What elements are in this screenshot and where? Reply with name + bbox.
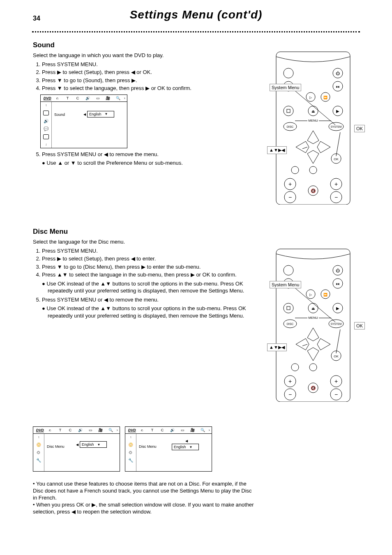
icon: 🎥 bbox=[187, 428, 198, 432]
section-heading-disc-menu: Disc Menu bbox=[33, 228, 263, 236]
dvd-label: DVD bbox=[42, 96, 53, 100]
disc-menu-ok-note-2: ● Use OK instead of the ▲▼ buttons to sc… bbox=[42, 305, 263, 319]
tv-icon bbox=[43, 134, 49, 139]
down-arrow-icon: ▼ bbox=[105, 112, 108, 116]
col: C bbox=[65, 428, 76, 432]
callout-ok: OK bbox=[354, 125, 365, 132]
disc-menu-ok-note: ● Use OK instead of the ▲▼ buttons to sc… bbox=[42, 280, 263, 295]
step: Press ▼ to go to (Sound), then press ▶. bbox=[42, 77, 191, 84]
icon: 🎥 bbox=[103, 96, 113, 100]
page-title: Settings Menu (cont'd) bbox=[130, 8, 263, 21]
svg-text:OK: OK bbox=[334, 355, 339, 358]
disc-menu-label: Disc Menu bbox=[47, 444, 65, 449]
disc-icon: 📀 bbox=[128, 442, 133, 447]
svg-text:+: + bbox=[288, 378, 292, 385]
step: Press ▼ to select the language, then pre… bbox=[42, 85, 191, 92]
callout-ok: OK bbox=[354, 322, 365, 329]
svg-text:−: − bbox=[288, 194, 292, 200]
svg-text:−: − bbox=[334, 194, 338, 200]
icon: 🔊 bbox=[167, 428, 178, 432]
svg-text:+: + bbox=[334, 378, 338, 385]
wrench-icon: 🔧 bbox=[36, 458, 41, 463]
disc-menu-steps-cont: Press SYSTEM MENU or ◀ to remove the men… bbox=[33, 296, 263, 304]
col: C bbox=[157, 428, 168, 432]
svg-text:⏏: ⏏ bbox=[311, 306, 315, 311]
svg-text:▶: ▶ bbox=[336, 109, 339, 113]
callout-arrows: ▲▼▶◀ bbox=[267, 343, 287, 351]
svg-text:−: − bbox=[288, 391, 292, 398]
icon: ▭ bbox=[178, 428, 188, 432]
sound-label: Sound bbox=[54, 113, 65, 117]
icon: › bbox=[208, 428, 211, 432]
remote-figure-top: ⏻ ⏭ ▷ ⏩ ⏏ ▶ bbox=[270, 48, 357, 206]
disc-submenu-figure-1: DVD ⎌ T C 🔊 ▭ 🎥 🔍 › ↑ 📀 bbox=[33, 426, 120, 472]
up-arrow-icon: ↑ bbox=[38, 435, 39, 439]
svg-text:SYSTEM: SYSTEM bbox=[331, 322, 342, 325]
callout-system-menu: System Menu bbox=[270, 84, 301, 91]
svg-text:⏩: ⏩ bbox=[323, 95, 327, 99]
disc-menu-label: Disc Menu bbox=[139, 444, 157, 449]
icon: 🔍 bbox=[113, 96, 123, 100]
icon: 🎥 bbox=[95, 428, 106, 432]
step: Press ▼ to go to (Disc Menu), then press… bbox=[42, 263, 263, 271]
svg-text:▷: ▷ bbox=[309, 293, 312, 297]
sound-submenu-figure: DVD ⎌ T C 🔊 ▭ 🎥 🔍 › ↑ � bbox=[40, 94, 127, 148]
section-heading-sound: Sound bbox=[33, 41, 191, 49]
step: Press ▶ to select (Setup), then press ◀ … bbox=[42, 255, 263, 263]
icon: 🔍 bbox=[198, 428, 208, 432]
svg-text:🔇: 🔇 bbox=[311, 385, 316, 391]
svg-text:▷: ▷ bbox=[309, 96, 312, 99]
footer-note: • You cannot use these features to choos… bbox=[33, 481, 255, 515]
menu-label: MENU bbox=[308, 119, 318, 122]
svg-text:MENU: MENU bbox=[308, 316, 318, 320]
col: T bbox=[62, 96, 73, 100]
icon: 🔍 bbox=[106, 428, 116, 432]
disc-menu-intro: Select the language for the Disc menu. bbox=[33, 238, 263, 246]
icon: ▭ bbox=[93, 96, 103, 100]
svg-text:⏭: ⏭ bbox=[336, 282, 340, 286]
icon: 🔊 bbox=[75, 428, 85, 432]
icon: 🔊 bbox=[83, 96, 93, 100]
page-number: 34 bbox=[33, 15, 40, 22]
step: Press SYSTEM MENU or ◀ to remove the men… bbox=[42, 296, 263, 304]
screen-icon bbox=[43, 111, 49, 115]
svg-text:−: − bbox=[334, 391, 338, 398]
language-selector[interactable]: ◀ English ▼ bbox=[87, 111, 114, 117]
step: Press SYSTEM MENU or ◀ to remove the men… bbox=[42, 151, 191, 158]
remote-figure-bottom: ⏻ ⏭ ▷ ⏩ ⏏ ▶ MENU bbox=[270, 246, 357, 403]
svg-text:SYSTEM: SYSTEM bbox=[331, 125, 342, 128]
language-value: English bbox=[89, 112, 101, 116]
language-value: English bbox=[174, 445, 186, 449]
down-arrow-icon: ↓ bbox=[45, 143, 47, 146]
icon: ⎌ bbox=[53, 96, 63, 100]
left-arrow-icon: ◀ bbox=[185, 439, 188, 443]
svg-text:⏻: ⏻ bbox=[336, 71, 340, 76]
svg-text:OK: OK bbox=[334, 157, 339, 161]
callout-arrows: ▲▼▶◀ bbox=[267, 146, 287, 154]
divider bbox=[32, 31, 360, 32]
svg-text:⏭: ⏭ bbox=[336, 85, 340, 89]
icon: ▭ bbox=[85, 428, 96, 432]
dvd-label: DVD bbox=[127, 428, 137, 432]
step: Press ▲▼ to select the language in the s… bbox=[42, 271, 263, 279]
sound-steps: Press SYSTEM MENU. Press ▶ to select (Se… bbox=[33, 61, 191, 92]
language-selector[interactable]: ◀ English ▼ bbox=[80, 441, 107, 448]
svg-text:⏩: ⏩ bbox=[323, 292, 327, 297]
callout-system-menu: System Menu bbox=[270, 281, 301, 288]
icon: › bbox=[123, 96, 126, 100]
svg-text:⏻: ⏻ bbox=[336, 268, 340, 273]
svg-text:DISC: DISC bbox=[287, 322, 294, 325]
svg-text:🔇: 🔇 bbox=[311, 188, 316, 193]
disc-icon: 📀 bbox=[36, 442, 41, 447]
clock-icon: ⏲ bbox=[37, 450, 41, 455]
language-selector[interactable]: ◀ English ▼ bbox=[172, 444, 199, 450]
clock-icon: ⏲ bbox=[129, 450, 133, 455]
icon: ⎌ bbox=[137, 428, 148, 432]
col: T bbox=[55, 428, 65, 432]
subtitle-icon: 💬 bbox=[44, 127, 48, 131]
col: C bbox=[73, 96, 83, 100]
up-arrow-icon: ↑ bbox=[130, 435, 131, 439]
step: Press SYSTEM MENU. bbox=[42, 247, 263, 255]
sound-steps-cont: Press SYSTEM MENU or ◀ to remove the men… bbox=[33, 151, 191, 158]
sound-icon: 🔊 bbox=[44, 119, 48, 123]
